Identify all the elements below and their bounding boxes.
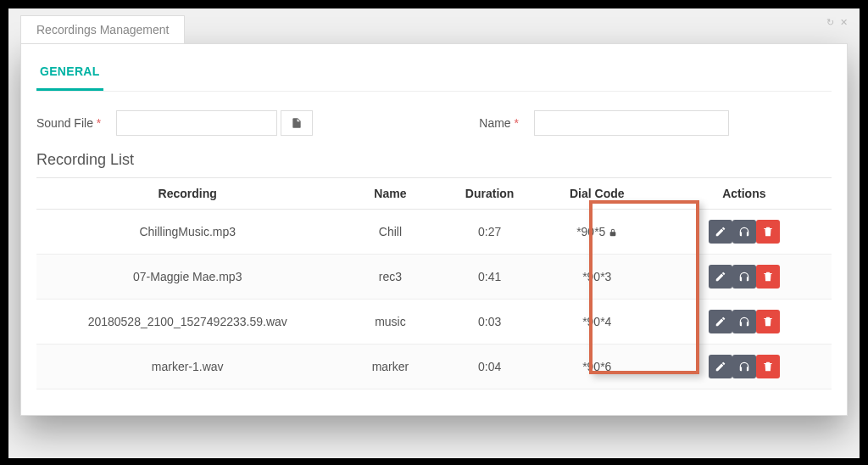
tab-general[interactable]: GENERAL — [36, 56, 103, 91]
pencil-icon — [715, 271, 726, 283]
headphones-icon — [738, 226, 750, 238]
recording-table: Recording Name Duration Dial Code Action… — [36, 177, 832, 389]
col-name: Name — [338, 178, 442, 210]
pencil-icon — [715, 226, 726, 238]
sound-file-label: Sound File * — [36, 116, 101, 130]
delete-button[interactable] — [756, 265, 780, 289]
cell-duration: 0:03 — [442, 300, 537, 345]
trash-icon — [762, 226, 774, 238]
edit-button[interactable] — [709, 310, 732, 333]
cell-duration: 0:04 — [442, 345, 537, 389]
headphones-icon — [738, 271, 750, 283]
pencil-icon — [715, 361, 726, 373]
cell-name: Chill — [338, 210, 442, 255]
name-input[interactable] — [534, 110, 729, 136]
cell-dial-code: *90*6 — [537, 345, 657, 389]
table-row: 07-Maggie Mae.mp3rec30:41*90*3 — [36, 255, 832, 300]
edit-button[interactable] — [709, 220, 732, 244]
col-duration: Duration — [442, 178, 537, 210]
listen-button[interactable] — [732, 220, 756, 244]
listen-button[interactable] — [732, 265, 756, 289]
listen-button[interactable] — [732, 355, 756, 378]
edit-button[interactable] — [709, 355, 732, 378]
close-icon[interactable]: ✕ — [840, 17, 848, 27]
cell-actions — [657, 255, 832, 300]
cell-dial-code: *90*3 — [537, 255, 657, 300]
delete-button[interactable] — [756, 310, 780, 333]
cell-duration: 0:27 — [442, 210, 537, 255]
trash-icon — [762, 316, 774, 328]
table-row: ChillingMusic.mp3Chill0:27*90*5 — [36, 210, 832, 255]
cell-actions — [657, 345, 832, 389]
lock-icon — [609, 228, 617, 237]
delete-button[interactable] — [756, 355, 780, 378]
table-row: marker-1.wavmarker0:04*90*6 — [36, 345, 832, 389]
cell-recording: marker-1.wav — [36, 345, 338, 389]
cell-duration: 0:41 — [442, 255, 537, 300]
cell-recording: 20180528_2100_1527492233.59.wav — [36, 300, 338, 345]
cell-dial-code: *90*4 — [537, 300, 657, 345]
headphones-icon — [738, 361, 750, 373]
cell-actions — [657, 210, 832, 255]
recording-list-title: Recording List — [36, 146, 832, 177]
cell-dial-code: *90*5 — [537, 210, 657, 255]
table-row: 20180528_2100_1527492233.59.wavmusic0:03… — [36, 300, 832, 345]
cell-name: music — [338, 300, 442, 345]
edit-button[interactable] — [709, 265, 732, 289]
panel-title: Recordings Management — [20, 15, 185, 43]
cell-name: marker — [338, 345, 442, 389]
listen-button[interactable] — [732, 310, 756, 333]
file-picker-button[interactable] — [281, 110, 313, 136]
pencil-icon — [715, 316, 726, 328]
cell-recording: ChillingMusic.mp3 — [36, 210, 338, 255]
delete-button[interactable] — [756, 220, 780, 244]
cell-actions — [657, 300, 832, 345]
cell-recording: 07-Maggie Mae.mp3 — [36, 255, 338, 300]
col-recording: Recording — [36, 178, 338, 210]
trash-icon — [762, 361, 774, 373]
trash-icon — [762, 271, 774, 283]
name-label: Name * — [479, 116, 519, 130]
refresh-icon[interactable]: ↻ — [826, 17, 834, 27]
headphones-icon — [738, 316, 750, 328]
sound-file-input[interactable] — [116, 110, 277, 136]
file-icon — [291, 117, 303, 129]
cell-name: rec3 — [338, 255, 442, 300]
col-dial-code: Dial Code — [537, 178, 657, 210]
col-actions: Actions — [657, 178, 832, 210]
